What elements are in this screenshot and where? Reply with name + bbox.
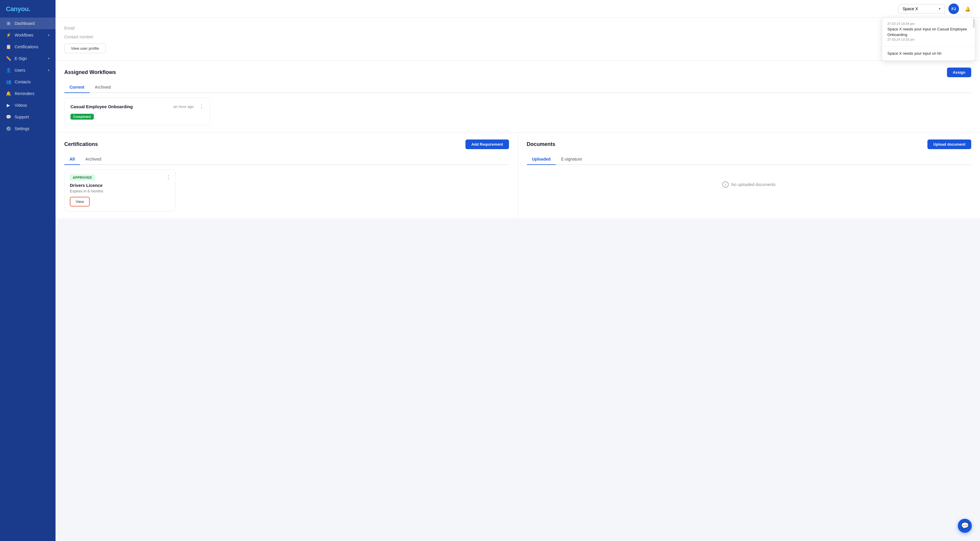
- notification-dropdown: 27-03-24 10:34 pm Space X needs your inp…: [882, 18, 975, 61]
- sidebar-item-dashboard[interactable]: ⊞ Dashboard: [0, 18, 56, 29]
- tab-all-label: All: [70, 157, 75, 161]
- add-requirement-button[interactable]: Add Requirement: [465, 139, 509, 149]
- no-docs-text: No uploaded documents: [731, 182, 775, 187]
- bottom-two-col: Certifications Add Requirement All Archi…: [56, 132, 980, 219]
- sidebar-label-esign: E-Sign: [14, 56, 27, 61]
- tab-archived-certs[interactable]: Archived: [80, 154, 107, 165]
- tab-esignature[interactable]: E-signature: [556, 154, 587, 165]
- sidebar-label-reminders: Reminders: [14, 91, 35, 96]
- chevron-down-icon-space: ▾: [939, 7, 940, 11]
- sidebar-item-certifications[interactable]: 📋 Certifications: [0, 41, 56, 53]
- email-label: Email: [64, 26, 75, 30]
- view-cert-button[interactable]: View: [70, 197, 90, 206]
- esign-icon: ✏️: [6, 56, 11, 61]
- view-profile-button[interactable]: View user profile: [64, 43, 106, 53]
- workflow-cards-container: Casual Employee Onboarding an hour ago ⋮…: [64, 98, 971, 132]
- docs-title: Documents: [527, 141, 555, 147]
- sidebar: Canyou. ⊞ Dashboard ⚡ Workflows ▾ 📋 Cert…: [0, 0, 56, 541]
- workflow-card: Casual Employee Onboarding an hour ago ⋮…: [64, 98, 210, 125]
- sidebar-item-videos[interactable]: ▶ Videos: [0, 99, 56, 111]
- contact-field-row: Contact number: [64, 32, 971, 41]
- certs-title: Certifications: [64, 141, 98, 147]
- assign-button[interactable]: Assign: [947, 67, 971, 77]
- bell-icon: 🔔: [965, 6, 970, 12]
- workflows-title: Assigned Workflows: [64, 69, 116, 75]
- certifications-icon: 📋: [6, 44, 11, 49]
- tab-uploaded[interactable]: Uploaded: [527, 154, 556, 165]
- content-area: Assigned Workflows Assign Current Archiv…: [56, 61, 980, 219]
- assign-label: Assign: [953, 70, 966, 75]
- workflows-tabs: Current Archived: [64, 82, 971, 93]
- sidebar-item-users[interactable]: 👤 Users ▾: [0, 64, 56, 76]
- sidebar-label-videos: Videos: [14, 103, 27, 108]
- email-field-row: Email: [64, 24, 971, 32]
- assigned-workflows-section: Assigned Workflows Assign Current Archiv…: [56, 61, 980, 132]
- cert-menu-icon[interactable]: ⋮: [165, 174, 171, 180]
- view-profile-label: View user profile: [71, 46, 99, 51]
- sidebar-item-reminders[interactable]: 🔔 Reminders: [0, 88, 56, 99]
- approved-badge: APPROVED: [70, 175, 95, 180]
- space-selector-label: Space X: [902, 6, 918, 11]
- topbar: Space X ▾ FJ 🔔 27-03-24 10:34 pm Space X…: [56, 0, 980, 18]
- sidebar-item-esign[interactable]: ✏️ E-Sign ▾: [0, 53, 56, 64]
- avatar-initials: FJ: [951, 7, 956, 11]
- chat-icon: 💬: [961, 522, 969, 530]
- workflow-card-title: Casual Employee Onboarding: [70, 104, 133, 109]
- sidebar-label-users: Users: [14, 68, 25, 72]
- certs-tabs: All Archived: [64, 154, 509, 165]
- dashboard-icon: ⊞: [6, 21, 11, 26]
- scrollbar: [973, 19, 974, 28]
- logo-text: Canyou.: [6, 5, 30, 13]
- tab-archived-certs-label: Archived: [85, 157, 101, 161]
- chevron-down-icon-esign: ▾: [48, 57, 50, 61]
- sidebar-item-settings[interactable]: ⚙️ Settings: [0, 123, 56, 134]
- settings-icon: ⚙️: [6, 126, 11, 131]
- chat-fab-button[interactable]: 💬: [958, 519, 972, 533]
- notification-item-1[interactable]: 27-03-24 10:34 pm Space X needs your inp…: [882, 18, 975, 47]
- notif-time-1: 27-03-24 10:34 pm: [888, 22, 970, 26]
- documents-section: Documents Upload document Uploaded E-sig…: [518, 132, 980, 219]
- workflow-menu-icon[interactable]: ⋮: [199, 103, 204, 110]
- cert-expires: Expires in 6 months: [70, 189, 170, 193]
- page-body: Email Contact number View user profile A…: [56, 18, 980, 219]
- docs-section-header: Documents Upload document: [527, 139, 972, 149]
- tab-esign-label: E-signature: [561, 157, 582, 161]
- no-documents-message: i No uploaded documents: [527, 170, 972, 199]
- tab-archived-label: Archived: [95, 85, 111, 89]
- tab-current[interactable]: Current: [64, 82, 90, 93]
- reminders-icon: 🔔: [6, 91, 11, 96]
- notif-text-2: Space X needs your input on hh: [888, 51, 970, 56]
- avatar[interactable]: FJ: [948, 3, 959, 14]
- notification-item-2[interactable]: Space X needs your input on hh: [882, 47, 975, 61]
- chevron-down-icon-users: ▾: [48, 69, 50, 72]
- space-selector[interactable]: Space X ▾: [898, 4, 945, 13]
- notif-time-1b: 27-03-24 10:33 pm: [888, 38, 970, 41]
- workflow-time: an hour ago: [173, 104, 194, 109]
- workflows-section-header: Assigned Workflows Assign: [64, 67, 971, 77]
- users-icon: 👤: [6, 67, 11, 73]
- notification-button[interactable]: 🔔: [963, 3, 973, 14]
- info-icon: i: [722, 181, 729, 188]
- sidebar-label-dashboard: Dashboard: [14, 21, 35, 26]
- logo: Canyou.: [0, 0, 56, 18]
- workflow-card-meta: an hour ago ⋮: [173, 103, 204, 110]
- upload-document-button[interactable]: Upload document: [928, 139, 971, 149]
- user-info-section: Email Contact number View user profile: [56, 18, 980, 61]
- docs-tabs: Uploaded E-signature: [527, 154, 972, 165]
- status-badge: Completed: [70, 114, 94, 120]
- no-docs-inner: i No uploaded documents: [722, 181, 775, 188]
- certifications-section: Certifications Add Requirement All Archi…: [56, 132, 518, 219]
- main-content: Space X ▾ FJ 🔔 27-03-24 10:34 pm Space X…: [56, 0, 980, 541]
- sidebar-item-workflows[interactable]: ⚡ Workflows ▾: [0, 29, 56, 41]
- certs-section-header: Certifications Add Requirement: [64, 139, 509, 149]
- cert-card: APPROVED ⋮ Drivers Licence Expires in 6 …: [64, 170, 175, 211]
- contact-label: Contact number: [64, 35, 94, 39]
- contacts-icon: 👥: [6, 79, 11, 85]
- chevron-down-icon: ▾: [48, 34, 50, 37]
- sidebar-item-contacts[interactable]: 👥 Contacts: [0, 76, 56, 88]
- tab-all-certs[interactable]: All: [64, 154, 80, 165]
- add-requirement-label: Add Requirement: [471, 142, 503, 147]
- tab-archived-workflows[interactable]: Archived: [90, 82, 116, 93]
- workflow-card-header: Casual Employee Onboarding an hour ago ⋮: [70, 103, 204, 110]
- sidebar-item-support[interactable]: 💬 Support: [0, 111, 56, 123]
